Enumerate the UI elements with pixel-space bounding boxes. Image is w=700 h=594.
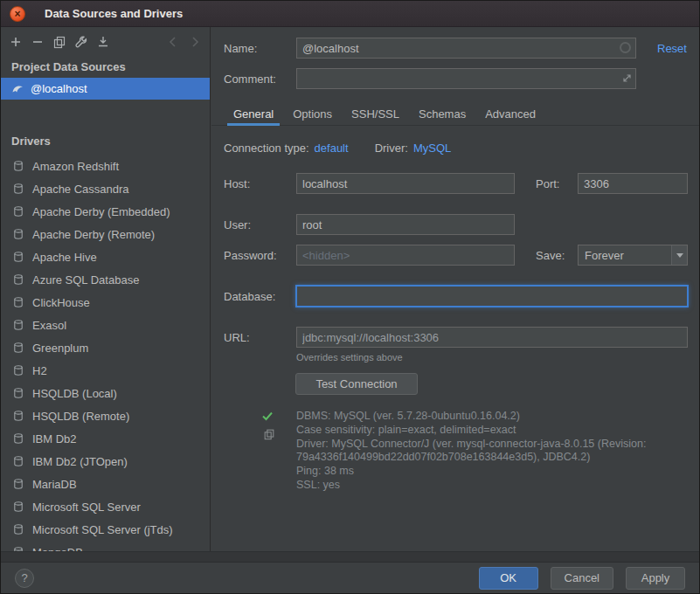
- window-title: Data Sources and Drivers: [45, 7, 183, 20]
- database-driver-icon: [12, 342, 24, 354]
- url-field-wrap: [296, 327, 688, 348]
- tab-general[interactable]: General: [224, 102, 283, 125]
- sidebar: Project Data Sources @localhost Drivers …: [1, 27, 211, 551]
- tab-advanced[interactable]: Advanced: [475, 102, 545, 125]
- driver-list-item[interactable]: IBM Db2 (JTOpen): [1, 450, 210, 473]
- driver-list-item[interactable]: Amazon Redshift: [1, 155, 210, 177]
- import-icon[interactable]: [94, 32, 113, 52]
- driver-name: Apache Derby (Remote): [32, 228, 155, 241]
- drivers-header: Drivers: [1, 133, 210, 150]
- driver-list-item[interactable]: Apache Derby (Embedded): [1, 200, 210, 223]
- apply-button[interactable]: Apply: [626, 567, 685, 590]
- driver-list-item[interactable]: H2: [1, 359, 210, 382]
- driver-list-item[interactable]: Apache Cassandra: [1, 177, 210, 200]
- database-driver-icon: [12, 205, 24, 218]
- driver-list-item[interactable]: HSQLDB (Remote): [1, 404, 210, 427]
- host-label: Host:: [224, 177, 250, 190]
- copy-result-icon[interactable]: [263, 428, 275, 440]
- database-driver-icon: [12, 523, 24, 535]
- window-close-button[interactable]: ×: [10, 6, 25, 22]
- expand-icon[interactable]: [622, 73, 632, 83]
- help-label: ?: [21, 571, 27, 584]
- test-result-line: Driver: MySQL Connector/J (ver. mysql-co…: [296, 438, 684, 466]
- driver-list-item[interactable]: Apache Hive: [1, 245, 210, 268]
- database-driver-icon: [12, 364, 24, 376]
- driver-list-item[interactable]: ClickHouse: [1, 291, 210, 314]
- name-input[interactable]: [296, 38, 636, 59]
- ok-button[interactable]: OK: [479, 567, 538, 590]
- title-bar: × Data Sources and Drivers: [1, 1, 699, 27]
- test-result-lines: DBMS: MySQL (ver. 5.7.28-0ubuntu0.16.04.…: [296, 410, 684, 493]
- name-label: Name:: [224, 42, 257, 55]
- driver-list-item[interactable]: Greenplum: [1, 336, 210, 359]
- comment-field-wrap: [296, 68, 636, 89]
- save-dropdown-value: Forever: [579, 249, 671, 262]
- test-result-line: Ping: 38 ms: [296, 465, 684, 479]
- back-icon[interactable]: [163, 32, 183, 52]
- save-dropdown[interactable]: Forever: [578, 245, 688, 266]
- wrench-icon[interactable]: [72, 32, 91, 52]
- driver-list-item[interactable]: Microsoft SQL Server: [1, 495, 210, 518]
- cancel-button[interactable]: Cancel: [551, 567, 613, 590]
- tab-ssh-ssl[interactable]: SSH/SSL: [342, 102, 409, 125]
- port-input[interactable]: [578, 173, 688, 194]
- data-source-name: @localhost: [31, 82, 87, 95]
- tab-bar: General Options SSH/SSL Schemas Advanced: [211, 102, 700, 126]
- driver-value[interactable]: MySQL: [413, 142, 451, 155]
- database-driver-icon: [12, 228, 24, 240]
- database-label: Database:: [224, 290, 275, 303]
- name-field-progress-icon: [620, 42, 631, 53]
- driver-list-item[interactable]: MongoDB: [1, 541, 210, 551]
- drivers-list: Amazon Redshift Apache Cassandra Apache …: [1, 155, 210, 551]
- driver-list-item[interactable]: IBM Db2: [1, 427, 210, 450]
- bottom-separator-band: [1, 551, 699, 562]
- database-driver-icon: [12, 410, 24, 422]
- data-sources-dialog: × Data Sources and Drivers: [0, 0, 700, 594]
- add-icon[interactable]: [6, 32, 25, 52]
- remove-icon[interactable]: [28, 32, 47, 52]
- sidebar-item-localhost[interactable]: @localhost: [1, 78, 210, 100]
- copy-icon[interactable]: [50, 32, 69, 52]
- driver-list-item[interactable]: Azure SQL Database: [1, 268, 210, 291]
- url-input[interactable]: [296, 327, 688, 348]
- driver-name: HSQLDB (Local): [32, 387, 117, 400]
- tab-schemas[interactable]: Schemas: [409, 102, 475, 125]
- driver-name: IBM Db2 (JTOpen): [32, 455, 128, 468]
- database-field-wrap: [296, 286, 688, 307]
- database-input[interactable]: [296, 286, 688, 307]
- close-icon: ×: [14, 9, 20, 19]
- driver-name: Exasol: [32, 319, 66, 332]
- driver-name: Greenplum: [32, 342, 88, 355]
- help-button[interactable]: ?: [15, 569, 34, 588]
- database-driver-icon: [12, 432, 24, 445]
- database-driver-icon: [12, 387, 24, 399]
- project-data-sources-header: Project Data Sources: [1, 59, 210, 76]
- driver-name: HSQLDB (Remote): [32, 410, 129, 423]
- host-field-wrap: [296, 173, 515, 194]
- host-input[interactable]: [296, 173, 515, 194]
- password-label: Password:: [224, 249, 277, 262]
- driver-name: Azure SQL Database: [32, 273, 139, 287]
- driver-list-item[interactable]: Exasol: [1, 314, 210, 336]
- database-driver-icon: [12, 501, 24, 513]
- driver-name: IBM Db2: [32, 432, 77, 446]
- test-connection-button[interactable]: Test Connection: [295, 373, 418, 395]
- driver-label: Driver:: [375, 142, 408, 155]
- connection-type-value[interactable]: default: [315, 142, 349, 155]
- tab-options[interactable]: Options: [283, 102, 342, 125]
- driver-list-item[interactable]: HSQLDB (Local): [1, 382, 210, 404]
- forward-icon[interactable]: [185, 32, 204, 52]
- comment-input[interactable]: [296, 68, 636, 89]
- password-input[interactable]: [296, 245, 515, 266]
- driver-name: Amazon Redshift: [32, 160, 119, 173]
- chevron-down-icon: [671, 245, 687, 265]
- user-label: User:: [224, 218, 251, 231]
- driver-name: Microsoft SQL Server (jTds): [32, 523, 173, 536]
- driver-list-item[interactable]: Apache Derby (Remote): [1, 223, 210, 245]
- test-result-line: Case sensitivity: plain=exact, delimited…: [296, 424, 684, 438]
- driver-list-item[interactable]: MariaDB: [1, 473, 210, 495]
- driver-name: Apache Derby (Embedded): [32, 205, 170, 218]
- user-input[interactable]: [296, 214, 515, 235]
- driver-list-item[interactable]: Microsoft SQL Server (jTds): [1, 518, 210, 541]
- reset-link[interactable]: Reset: [657, 42, 687, 55]
